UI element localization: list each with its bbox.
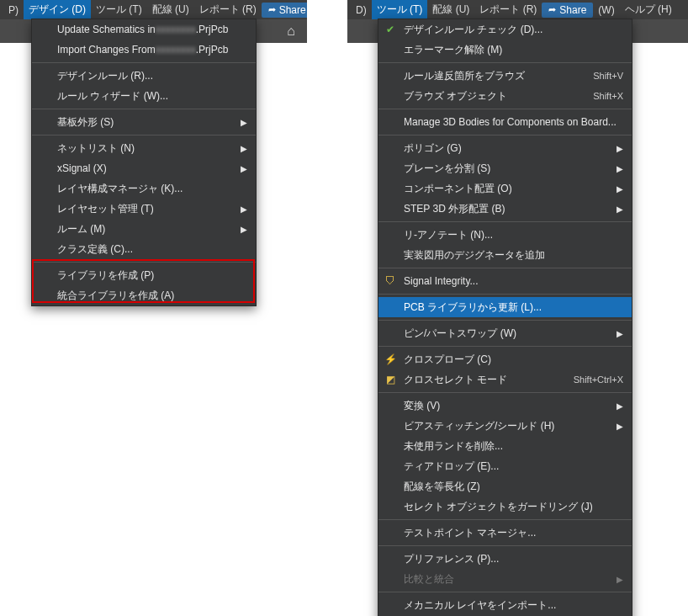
menu-item[interactable]: ビアスティッチング/シールド (H)▶ — [378, 416, 632, 436]
menu-item[interactable]: ⚡クロスプローブ (C) — [378, 349, 632, 369]
tools-menu: ✔デザインルール チェック (D)...エラーマーク解除 (M)ルール違反箇所を… — [378, 19, 632, 616]
menu-route[interactable]: 配線 (U) — [427, 0, 474, 19]
menu-item-label: 基板外形 (S) — [57, 115, 114, 130]
menubar-stub[interactable]: P) — [3, 2, 24, 19]
menu-item-label: プレーンを分割 (S) — [404, 162, 490, 176]
share-button[interactable]: Share — [262, 3, 307, 18]
menu-item[interactable]: ルール違反箇所をブラウズShift+V — [378, 66, 632, 86]
menu-item: 比較と統合▶ — [378, 569, 632, 589]
submenu-arrow-icon: ▶ — [617, 184, 623, 194]
menu-item[interactable]: コンポーネント配置 (O)▶ — [378, 178, 632, 199]
menu-item[interactable]: デザインルール (R)... — [32, 66, 256, 86]
menu-separator — [378, 392, 632, 393]
menu-item-label: セレクト オブジェクトをガードリング (J) — [404, 500, 593, 514]
menu-design[interactable]: デザイン (D) — [24, 0, 91, 19]
hidden-project-name: xxxxxxxx — [156, 24, 196, 35]
menu-help[interactable]: ヘルプ (H) — [620, 0, 677, 19]
menubar-left: P) デザイン (D) ツール (T) 配線 (U) レポート (R) Shar… — [0, 0, 307, 19]
menu-separator — [378, 221, 632, 222]
menu-item[interactable]: 実装図用のデジグネータを追加 — [378, 245, 632, 265]
menu-item[interactable]: 配線を等長化 (Z) — [378, 476, 632, 497]
menu-item[interactable]: ルーム (M)▶ — [32, 219, 256, 239]
menubar-tail[interactable]: (W) — [593, 2, 619, 19]
menu-item[interactable]: STEP 3D 外形配置 (B)▶ — [378, 199, 632, 219]
menu-item-label: メカニカル レイヤをインポート... — [404, 598, 556, 613]
menu-item-label: クロスセレクト モード — [404, 373, 507, 387]
menu-item[interactable]: ◩クロスセレクト モードShift+Ctrl+X — [378, 369, 632, 390]
menu-item[interactable]: ブラウズ オブジェクトShift+X — [378, 86, 632, 106]
submenu-arrow-icon: ▶ — [617, 422, 623, 431]
menu-item[interactable]: 未使用ランドを削除... — [378, 436, 632, 456]
menu-item-label: ネットリスト (N) — [57, 141, 135, 156]
hidden-project-name: xxxxxxxx — [156, 44, 196, 56]
menu-item-label: ブラウズ オブジェクト — [404, 89, 507, 104]
menu-item[interactable]: ネットリスト (N)▶ — [32, 138, 256, 158]
menu-separator — [378, 268, 632, 268]
menu-report[interactable]: レポート (R) — [194, 0, 262, 19]
menu-item[interactable]: ライブラリを作成 (P) — [32, 265, 256, 285]
menu-item[interactable]: プレーンを分割 (S)▶ — [378, 158, 632, 178]
menu-item-label: Import Changes From — [57, 44, 156, 56]
menu-item[interactable]: 統合ライブラリを作成 (A) — [32, 285, 256, 305]
menu-item[interactable]: テストポイント マネージャ... — [378, 523, 632, 543]
menu-item[interactable]: PCB ライブラリから更新 (L)... — [378, 297, 632, 317]
share-button[interactable]: Share — [542, 3, 593, 18]
menu-item[interactable]: レイヤセット管理 (T)▶ — [32, 199, 256, 219]
menu-item-label: ビアスティッチング/シールド (H) — [404, 419, 554, 433]
menu-item-suffix: .PrjPcb — [196, 24, 229, 35]
menu-separator — [378, 545, 632, 546]
menu-item[interactable]: ✔デザインルール チェック (D)... — [378, 19, 632, 40]
menu-item-label: ライブラリを作成 (P) — [57, 268, 154, 283]
menu-item-label: レイヤ構成マネージャ (K)... — [57, 182, 183, 196]
menu-item-label: Signal Integrity... — [404, 275, 479, 287]
menu-item-label: 統合ライブラリを作成 (A) — [57, 289, 174, 303]
menu-item-label: 変換 (V) — [404, 399, 440, 413]
menu-item[interactable]: メカニカル レイヤをインポート... — [378, 595, 632, 615]
menu-route[interactable]: 配線 (U) — [147, 0, 194, 19]
menu-report[interactable]: レポート (R) — [474, 0, 542, 19]
menu-item[interactable]: ピン/パートスワップ (W)▶ — [378, 323, 632, 343]
menu-item[interactable]: Import Changes From xxxxxxxx.PrjPcb — [32, 40, 256, 60]
menu-item-label: プリファレンス (P)... — [404, 552, 499, 566]
menu-item[interactable]: レイヤ構成マネージャ (K)... — [32, 178, 256, 199]
menu-item-label: デザインルール チェック (D)... — [404, 23, 542, 37]
menu-tools[interactable]: ツール (T) — [91, 0, 147, 19]
menu-item[interactable]: Update Schematics in xxxxxxxx.PrjPcb — [32, 19, 256, 40]
menu-item[interactable]: 基板外形 (S)▶ — [32, 112, 256, 132]
menu-item[interactable]: ポリゴン (G)▶ — [378, 138, 632, 158]
menubar-stub[interactable]: D) — [351, 2, 372, 19]
menu-tools[interactable]: ツール (T) — [372, 0, 428, 19]
menu-item[interactable]: 変換 (V)▶ — [378, 396, 632, 416]
cs-icon: ◩ — [384, 373, 397, 386]
menu-item-label: エラーマーク解除 (M) — [404, 43, 502, 57]
menu-item[interactable]: セレクト オブジェクトをガードリング (J) — [378, 497, 632, 517]
menu-item-label: 配線を等長化 (Z) — [404, 480, 480, 494]
menu-item[interactable]: ⛉Signal Integrity... — [378, 271, 632, 291]
menu-item[interactable]: xSignal (X)▶ — [32, 158, 256, 178]
menu-item[interactable]: クラス定義 (C)... — [32, 239, 256, 259]
menu-separator — [32, 135, 256, 135]
menu-item[interactable]: リ-アノテート (N)... — [378, 225, 632, 245]
menu-separator — [378, 135, 632, 135]
submenu-arrow-icon: ▶ — [617, 144, 623, 153]
submenu-arrow-icon: ▶ — [617, 401, 623, 411]
menu-item[interactable]: ルール ウィザード (W)... — [32, 86, 256, 106]
menu-separator — [378, 109, 632, 109]
menubar-right: D) ツール (T) 配線 (U) レポート (R) Share (W) ヘルプ… — [347, 0, 688, 19]
menu-separator — [32, 62, 256, 63]
menu-item-label: クラス定義 (C)... — [57, 242, 133, 257]
menu-shortcut: Shift+X — [593, 91, 623, 101]
menu-separator — [378, 346, 632, 347]
submenu-arrow-icon: ▶ — [241, 118, 247, 127]
menu-item-label: テストポイント マネージャ... — [404, 526, 536, 540]
home-icon[interactable]: ⌂ — [287, 24, 295, 39]
menu-item[interactable]: エラーマーク解除 (M) — [378, 40, 632, 60]
menu-item[interactable]: Manage 3D Bodies for Components on Board… — [378, 112, 632, 132]
submenu-arrow-icon: ▶ — [241, 204, 247, 214]
menu-item[interactable]: ティアドロップ (E)... — [378, 456, 632, 476]
si-icon: ⛉ — [384, 274, 397, 288]
menu-item-label: リ-アノテート (N)... — [404, 228, 493, 242]
menu-shortcut: Shift+V — [593, 71, 623, 81]
menu-item-label: xSignal (X) — [57, 162, 107, 174]
menu-item[interactable]: プリファレンス (P)... — [378, 549, 632, 569]
